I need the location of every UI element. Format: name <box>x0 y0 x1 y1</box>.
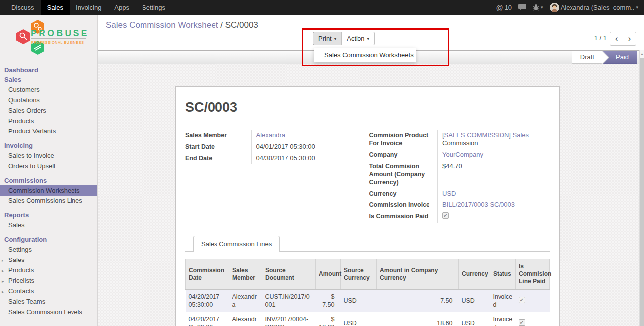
tab-sales-commission-lines[interactable]: Sales Commission Lines <box>193 236 280 252</box>
cell-company-amount: 7.50 <box>377 290 459 312</box>
sidebar-item-sales-commissions-lines[interactable]: Sales Commissions Lines <box>0 196 97 206</box>
sidebar-item-commission-worksheets[interactable]: Commission Worksheets <box>0 185 97 196</box>
sales-member-link[interactable]: Alexandra <box>256 131 286 139</box>
field-group-right: Commision Product For Invoice [SALES COM… <box>369 130 550 223</box>
expand-arrow-icon: ▸ <box>2 288 4 296</box>
col-sales-member: Sales Member <box>229 259 262 290</box>
sidebar-item-invoicing[interactable]: Invoicing <box>0 141 97 150</box>
commission-invoice-link[interactable]: BILL/2017/0003 SC/0003 <box>442 201 515 208</box>
dropdown-item-sales-commission-worksheets[interactable]: Sales Commission Worksheets <box>314 48 416 62</box>
field-label-currency: Currency <box>369 188 438 199</box>
status-draft[interactable]: Draft <box>572 51 603 64</box>
col-is-commission-line-paid: Is Commision Line Paid <box>516 259 550 290</box>
table-row[interactable]: 04/20/2017 05:30:00 Alexandra CUST.IN/20… <box>186 290 550 312</box>
cell-source: INV/2017/0004-SO008 <box>262 312 316 326</box>
sidebar-item-customers[interactable]: Customers <box>0 84 97 95</box>
sidebar-item-label: Contacts <box>8 287 34 295</box>
sidebar-item-pricelists[interactable]: ▸Pricelists <box>0 275 97 286</box>
breadcrumb-parent-link[interactable]: Sales Commission Worksheet <box>106 20 218 30</box>
end-date-value: 04/30/2017 05:30:00 <box>251 153 366 164</box>
cell-source-currency: USD <box>341 290 377 312</box>
pager-value: 1 / 1 <box>594 34 607 42</box>
cell-status: Invoiced <box>490 290 516 312</box>
field-label-is-commission-paid: Is Commission Paid <box>369 211 438 223</box>
field-label-sales-member: Sales Member <box>185 130 251 141</box>
field-groups: Sales Member Alexandra Start Date 04/01/… <box>185 130 550 223</box>
top-menu-apps[interactable]: Apps <box>108 0 136 15</box>
sidebar-item-orders-to-upsell[interactable]: Orders to Upsell <box>0 161 97 171</box>
sidebar-item-quotations[interactable]: Quotations <box>0 95 97 105</box>
sidebar-item-config-sales[interactable]: ▸Sales <box>0 255 97 265</box>
field-label-total-commission: Total Commision Amount (Company Currency… <box>369 161 438 188</box>
top-menu-discuss[interactable]: Discuss <box>5 0 41 15</box>
avatar <box>550 3 559 12</box>
mention-counter[interactable]: @ 10 <box>496 3 512 12</box>
col-amount-company-currency: Amount in Company Currency <box>377 259 459 290</box>
sidebar-item-sales-orders[interactable]: Sales Orders <box>0 105 97 116</box>
top-menu-settings[interactable]: Settings <box>136 0 172 15</box>
sidebar-item-products[interactable]: Products <box>0 116 97 126</box>
debug-menu-button[interactable]: ▾ <box>533 4 543 11</box>
sidebar: PROBUSE PROFESSIONAL BUSINESS Dashboard … <box>0 15 98 326</box>
sidebar-item-settings[interactable]: Settings <box>0 244 97 255</box>
caret-down-icon: ▾ <box>636 5 638 10</box>
cell-date: 04/20/2017 05:30:00 <box>186 312 229 326</box>
sidebar-item-sales-commission-levels[interactable]: Sales Commission Levels <box>0 307 97 317</box>
cell-status: Invoiced <box>490 312 516 326</box>
sidebar-item-product-variants[interactable]: Product Variants <box>0 126 97 136</box>
top-menu: Discuss Sales Invoicing Apps Settings <box>5 0 172 15</box>
logo-subtitle: PROFESSIONAL BUSINESS <box>31 40 84 45</box>
cell-amount: $ 7.50 <box>316 290 341 312</box>
action-button[interactable]: Action ▾ <box>341 32 375 45</box>
sidebar-item-sales[interactable]: Sales <box>0 75 97 84</box>
sidebar-item-contacts[interactable]: ▸Contacts <box>0 286 97 296</box>
line-paid-checkbox: ✔ <box>519 319 525 326</box>
breadcrumb: Sales Commission Worksheet / SC/0003 <box>106 20 258 30</box>
sidebar-item-dashboard[interactable]: Dashboard <box>0 65 97 75</box>
record-title: SC/0003 <box>185 100 550 115</box>
col-source-currency: Source Currency <box>341 259 377 290</box>
expand-arrow-icon: ▸ <box>2 267 4 275</box>
app-logo: PROBUSE PROFESSIONAL BUSINESS <box>0 15 97 58</box>
notebook: Sales Commission Lines Commission Date S… <box>185 236 550 326</box>
commission-product-rest: Commission <box>442 139 478 147</box>
table-row[interactable]: 04/20/2017 05:30:00 Alexandra INV/2017/0… <box>186 312 550 326</box>
pager-previous-button[interactable]: ‹ <box>610 32 623 46</box>
col-source-document: Source Document <box>262 259 316 290</box>
breadcrumb-separator: / <box>220 20 223 30</box>
sidebar-item-commissions[interactable]: Commissions <box>0 176 97 185</box>
field-label-commission-invoice: Commission Invoice <box>369 199 438 211</box>
commission-product-link[interactable]: [SALES COMMISSION] Sales <box>442 131 529 139</box>
scrollbar-thumb[interactable] <box>640 58 644 326</box>
sidebar-item-label: Pricelists <box>8 277 34 284</box>
cell-member: Alexandra <box>229 312 262 326</box>
sidebar-item-config-products[interactable]: ▸Products <box>0 265 97 275</box>
sidebar-item-reports[interactable]: Reports <box>0 210 97 220</box>
messages-button[interactable] <box>518 4 526 11</box>
cell-company-amount: 18.60 <box>377 312 459 326</box>
cell-date: 04/20/2017 05:30:00 <box>186 290 229 312</box>
top-navbar: Discuss Sales Invoicing Apps Settings @ … <box>0 0 644 15</box>
currency-link[interactable]: USD <box>442 190 456 197</box>
is-commission-paid-checkbox: ✔ <box>442 212 449 219</box>
sidebar-item-sales-to-invoice[interactable]: Sales to Invoice <box>0 150 97 161</box>
cell-source: CUST.IN/2017/0001 <box>262 290 316 312</box>
cell-currency: USD <box>459 290 490 312</box>
company-link[interactable]: YourCompany <box>442 151 483 158</box>
caret-down-icon: ▾ <box>334 36 337 41</box>
pager-next-button[interactable]: › <box>623 32 636 46</box>
sidebar-item-reports-sales[interactable]: Sales <box>0 220 97 230</box>
cell-currency: USD <box>459 312 490 326</box>
print-button-label: Print <box>318 35 332 42</box>
field-group-left: Sales Member Alexandra Start Date 04/01/… <box>185 130 366 223</box>
col-currency: Currency <box>459 259 490 290</box>
scroll-up-button[interactable]: ▲ <box>640 50 644 58</box>
start-date-value: 04/01/2017 05:30:00 <box>251 141 366 153</box>
toolbar-buttons: Print ▾ Action ▾ <box>313 32 375 45</box>
print-button[interactable]: Print ▾ <box>313 32 342 45</box>
top-menu-invoicing[interactable]: Invoicing <box>70 0 108 15</box>
sidebar-item-sales-teams[interactable]: Sales Teams <box>0 296 97 307</box>
sidebar-item-configuration[interactable]: Configuration <box>0 235 97 244</box>
top-menu-sales[interactable]: Sales <box>41 0 70 15</box>
user-menu[interactable]: Alexandra (Sales_comm.. ▾ <box>550 3 638 12</box>
